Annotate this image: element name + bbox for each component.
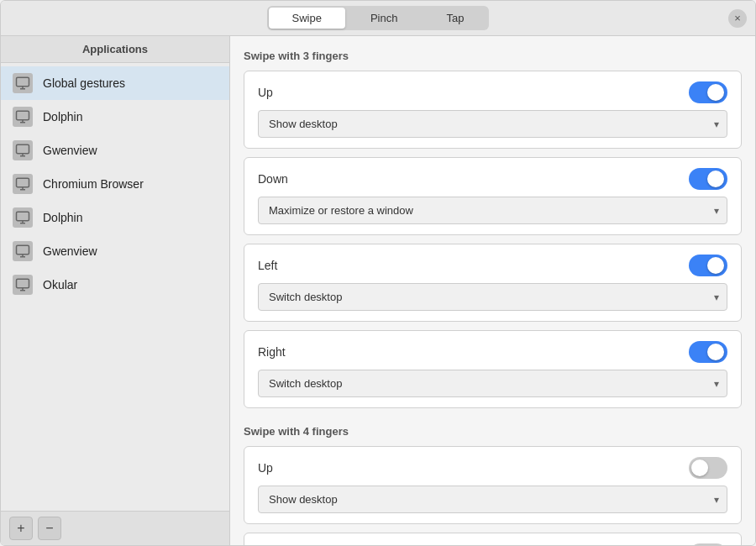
toggle-slider-down (689, 168, 727, 190)
sidebar-icon-okular (13, 275, 33, 295)
gesture-row-up4: Up (258, 457, 727, 479)
toggle-slider-right (689, 341, 727, 363)
dropdown-wrapper-right: Show desktopSwitch desktopMaximize or re… (258, 370, 727, 397)
main-panel: Swipe with 3 fingersUpShow desktopSwitch… (230, 36, 755, 545)
tab-group: SwipePinchTap (267, 6, 490, 30)
main-window: SwipePinchTap × Applications Global gest… (0, 0, 756, 546)
sidebar-icon-dolphin-1 (13, 107, 33, 127)
content-area: Applications Global gestures Dolphin Gwe… (1, 36, 755, 545)
gesture-row-down: Down (258, 168, 727, 190)
sidebar-header: Applications (1, 36, 229, 63)
sidebar-item-gwenview-1[interactable]: Gwenview (1, 134, 229, 167)
gesture-row-left: Left (258, 255, 727, 276)
dropdown-wrapper-up4: Show desktopSwitch desktopMaximize or re… (258, 486, 727, 513)
sidebar-item-dolphin-1[interactable]: Dolphin (1, 100, 229, 134)
close-button[interactable]: × (728, 9, 747, 28)
svg-rect-3 (17, 111, 29, 120)
sidebar-icon-gwenview-2 (13, 241, 33, 261)
sidebar-label-global-gestures: Global gestures (43, 76, 125, 90)
dropdown-down[interactable]: Show desktopSwitch desktopMaximize or re… (258, 197, 727, 224)
section-swipe4: Swipe with 4 fingersUpShow desktopSwitch… (244, 425, 742, 545)
toggle-left[interactable] (689, 255, 727, 276)
section-title-swipe3: Swipe with 3 fingers (244, 50, 742, 62)
sidebar: Applications Global gestures Dolphin Gwe… (1, 36, 230, 545)
gesture-row-right: Right (258, 341, 727, 363)
sidebar-list: Global gestures Dolphin Gwenview Chromiu… (1, 63, 229, 511)
gesture-card-right: RightShow desktopSwitch desktopMaximize … (244, 330, 742, 408)
gesture-row-up: Up (258, 81, 727, 103)
svg-rect-6 (17, 144, 29, 154)
sidebar-footer: + − (1, 511, 229, 545)
dropdown-wrapper-up: Show desktopSwitch desktopMaximize or re… (258, 110, 727, 138)
sidebar-label-okular: Okular (43, 278, 77, 291)
tab-pinch[interactable]: Pinch (347, 8, 422, 29)
sidebar-label-dolphin-2: Dolphin (43, 211, 82, 224)
dropdown-left[interactable]: Show desktopSwitch desktopMaximize or re… (258, 283, 727, 311)
gesture-card-up: UpShow desktopSwitch desktopMaximize or … (244, 71, 742, 149)
dropdown-up[interactable]: Show desktopSwitch desktopMaximize or re… (258, 110, 727, 138)
gesture-card-up4: UpShow desktopSwitch desktopMaximize or … (244, 446, 742, 524)
tab-tap[interactable]: Tap (423, 8, 487, 29)
toggle-up[interactable] (689, 81, 727, 103)
toggle-slider-up (689, 81, 727, 103)
section-swipe3: Swipe with 3 fingersUpShow desktopSwitch… (244, 50, 742, 408)
toggle-slider-left (689, 255, 727, 276)
sidebar-item-gwenview-2[interactable]: Gwenview (1, 234, 229, 268)
sidebar-label-gwenview-1: Gwenview (43, 144, 97, 157)
svg-rect-18 (17, 279, 29, 288)
sidebar-icon-chromium (13, 174, 33, 194)
dropdown-wrapper-left: Show desktopSwitch desktopMaximize or re… (258, 283, 727, 311)
sidebar-item-dolphin-2[interactable]: Dolphin (1, 201, 229, 234)
gesture-card-down4: DownShow desktopSwitch desktopMaximize o… (244, 533, 742, 545)
tab-swipe[interactable]: Swipe (269, 8, 345, 29)
gesture-card-left: LeftShow desktopSwitch desktopMaximize o… (244, 244, 742, 322)
dropdown-right[interactable]: Show desktopSwitch desktopMaximize or re… (258, 370, 727, 397)
sidebar-item-okular[interactable]: Okular (1, 268, 229, 302)
sidebar-icon-dolphin-2 (13, 207, 33, 228)
gesture-label-left: Left (258, 259, 277, 272)
add-button[interactable]: + (9, 517, 33, 540)
toggle-up4[interactable] (689, 457, 727, 479)
svg-rect-0 (17, 77, 29, 87)
svg-rect-12 (17, 212, 29, 221)
sidebar-item-chromium[interactable]: Chromium Browser (1, 167, 229, 201)
dropdown-up4[interactable]: Show desktopSwitch desktopMaximize or re… (258, 486, 727, 513)
sidebar-label-gwenview-2: Gwenview (43, 244, 97, 258)
sidebar-label-chromium: Chromium Browser (43, 177, 144, 191)
gesture-row-down4: Down (258, 543, 727, 545)
gesture-label-up4: Up (258, 461, 273, 475)
svg-rect-9 (17, 178, 29, 187)
toggle-down4[interactable] (689, 543, 727, 545)
toolbar: SwipePinchTap × (1, 1, 755, 36)
toggle-slider-down4 (689, 543, 727, 545)
gesture-card-down: DownShow desktopSwitch desktopMaximize o… (244, 157, 742, 235)
gesture-label-down: Down (258, 172, 288, 186)
sidebar-label-dolphin-1: Dolphin (43, 110, 82, 123)
remove-button[interactable]: − (38, 517, 61, 540)
svg-rect-15 (17, 245, 29, 255)
toggle-right[interactable] (689, 341, 727, 363)
sidebar-icon-gwenview-1 (13, 140, 33, 160)
section-title-swipe4: Swipe with 4 fingers (244, 425, 742, 438)
dropdown-wrapper-down: Show desktopSwitch desktopMaximize or re… (258, 197, 727, 224)
sidebar-item-global-gestures[interactable]: Global gestures (1, 66, 229, 100)
gesture-label-right: Right (258, 345, 286, 359)
sidebar-icon-global-gestures (13, 73, 33, 93)
gesture-label-up: Up (258, 86, 273, 99)
toggle-down[interactable] (689, 168, 727, 190)
toggle-slider-up4 (689, 457, 727, 479)
